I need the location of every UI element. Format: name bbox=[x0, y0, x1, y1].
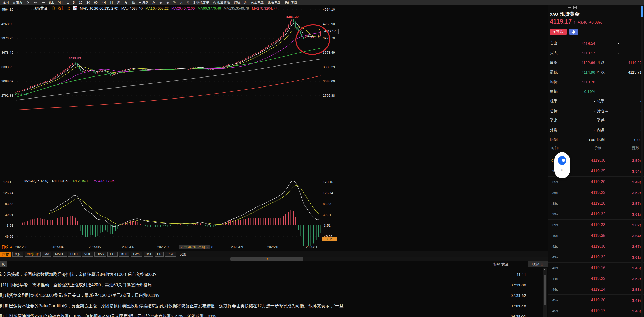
tab-lw[interactable]: LW& bbox=[131, 252, 142, 257]
price-chart[interactable]: 4564.104564.104268.904268.903973.703973.… bbox=[0, 5, 548, 251]
tab-rsi[interactable]: RSI bbox=[144, 252, 154, 257]
tab-vip-indicator[interactable]: VIP指标 bbox=[25, 252, 41, 257]
y-axis-label-right: 3383.29 bbox=[323, 65, 335, 69]
browser-assistant-icon[interactable] bbox=[558, 156, 566, 165]
toolbar-item-zoom-in[interactable]: ⊕ bbox=[166, 0, 169, 5]
toolbar-item-label: 周 bbox=[117, 0, 121, 5]
toolbar-item-triangle-up[interactable]: △ bbox=[180, 0, 183, 5]
panel-scrollbar-thumb[interactable] bbox=[641, 6, 643, 17]
diff-line bbox=[49, 181, 320, 227]
toolbar-item-30m[interactable]: 30 bbox=[86, 0, 90, 5]
toolbar-item-zoom-out[interactable]: ⊖ bbox=[159, 0, 162, 5]
svg-text:2025/07/18 星期五: 2025/07/18 星期五 bbox=[181, 245, 208, 249]
news-row[interactable]: 月11日财经早餐：需求推动，金价强势上涨或剑指4200，美油60关口供需博弈格局… bbox=[0, 280, 548, 290]
tab-psy[interactable]: PSY bbox=[165, 252, 176, 257]
assistant-widget[interactable]: ∷ bbox=[554, 152, 570, 178]
toolbar-item-refresh[interactable]: ⟳ bbox=[27, 0, 29, 5]
tick-list: 08:4119.303.59↑.34119.253.54↑.35s4119.20… bbox=[548, 155, 644, 316]
split-horizontal-icon[interactable] bbox=[568, 6, 571, 9]
toolbar-item-more[interactable]: ≡更多 bbox=[139, 0, 149, 5]
panel-scrollbar-track[interactable] bbox=[641, 5, 643, 317]
toolbar-item-line-chart[interactable] bbox=[34, 0, 37, 5]
tab-settings[interactable]: 设置 bbox=[177, 252, 188, 256]
tick-price: 4119.28 bbox=[573, 201, 605, 206]
news-scrollbar[interactable]: ▲ bbox=[543, 268, 547, 317]
toolbar-item-candle-chart[interactable] bbox=[41, 0, 45, 5]
tab-cci[interactable]: CCI bbox=[107, 252, 118, 257]
news-row[interactable]: 讯] 上期所原油期货2510合约夜盘收涨0.06%，价格报462.90元人民币/… bbox=[0, 311, 548, 317]
top-toolbar: 返回⌂首页⟳tick5日151030604H日周月任≡更多fx⊖⊕✎△▽$模拟交… bbox=[0, 0, 644, 5]
single-pane-icon[interactable] bbox=[579, 6, 582, 9]
toolbar-item-day[interactable]: 日 bbox=[110, 0, 113, 5]
quote-row-value-2: - bbox=[597, 41, 619, 45]
toolbar-item-fx[interactable]: fx bbox=[152, 0, 155, 5]
tab-bias[interactable]: BIAS bbox=[94, 252, 106, 257]
toolbar-item-draw[interactable]: ✎ bbox=[173, 0, 176, 5]
toolbar-item-label: 原油专题 bbox=[268, 0, 280, 5]
quote-row-value: - bbox=[570, 128, 595, 132]
grid-layout-icon[interactable] bbox=[573, 6, 577, 9]
quote-row: 委比-委差- bbox=[548, 116, 644, 125]
toolbar-item-fx678[interactable]: ◎汇通财经 bbox=[213, 0, 230, 5]
indicator-tab-bar: 指标模板VIP指标MAMACDBOLLVOLBIASCCIKDJLW&RSICR… bbox=[0, 251, 548, 257]
tab-indicator[interactable]: 指标 bbox=[0, 252, 11, 257]
toolbar-item-back[interactable]: 返回 bbox=[3, 0, 9, 5]
x-axis-label: 2025/03 bbox=[15, 245, 27, 249]
scroll-up-icon[interactable]: ▲ bbox=[543, 268, 547, 270]
splitter-collapse-icon[interactable]: ▼ bbox=[266, 257, 269, 260]
toolbar-item-1m[interactable]: 1 bbox=[67, 0, 69, 5]
news-row[interactable]: 讯] 斯巴达资本证券的PeterCardillo称，黄金期货上涨，原因是预计美国… bbox=[0, 301, 548, 311]
news-scroll-thumb[interactable] bbox=[544, 275, 546, 305]
toolbar-item-label: 5 bbox=[73, 1, 75, 4]
collapse-button[interactable]: 收起 ⇊ bbox=[528, 261, 548, 267]
tick-change: 3.45↑ bbox=[612, 266, 641, 270]
ma26-line bbox=[58, 32, 320, 84]
toolbar-item-calendar[interactable]: 财经日历 bbox=[234, 0, 247, 5]
toolbar-item-label: 月 bbox=[125, 0, 128, 5]
tick-time: .36s bbox=[551, 191, 558, 194]
toolbar-item-oil-topic[interactable]: 原油专题 bbox=[268, 0, 280, 5]
toolbar-item-tick[interactable]: tick bbox=[49, 0, 54, 5]
toolbar-item-60m[interactable]: 60 bbox=[94, 0, 98, 5]
tick-change: 3.57↑ bbox=[612, 201, 641, 205]
toolbar-item-5m[interactable]: 5 bbox=[73, 0, 75, 5]
triangle-up-icon: △ bbox=[180, 0, 183, 5]
news-tag-label: 标签:黄金 bbox=[493, 262, 509, 267]
col-price: 价格 bbox=[594, 146, 602, 150]
toolbar-item-week[interactable]: 周 bbox=[117, 0, 121, 5]
quote-row: 卖出4119.54- bbox=[548, 38, 644, 48]
toolbar-item-5d[interactable]: 5日 bbox=[58, 0, 63, 5]
toolbar-item-sim-trading[interactable]: $模拟交易 bbox=[193, 0, 209, 5]
macd-axis-label-right: 39.91 bbox=[323, 213, 331, 217]
toolbar-item-gold-topic[interactable]: 黄金专题 bbox=[251, 0, 264, 5]
tick-row: .39s4119.333.62↑ bbox=[548, 220, 644, 230]
tab-template[interactable]: 模板 bbox=[12, 252, 23, 257]
tab-boll[interactable]: BOLL bbox=[68, 252, 81, 257]
tab-kdj[interactable]: KDJ bbox=[119, 252, 130, 257]
tab-ma[interactable]: MA bbox=[42, 252, 51, 257]
toolbar-item-label: 任 bbox=[132, 0, 135, 5]
toolbar-item-cbank-topic[interactable]: 央行专题 bbox=[285, 0, 297, 5]
toolbar-item-home[interactable]: ⌂首页 bbox=[13, 0, 23, 5]
period-toggle[interactable]: 日线 ▲ bbox=[2, 245, 13, 249]
drag-handle-icon[interactable]: ∷ bbox=[554, 168, 570, 172]
y-axis-label: 3088.09 bbox=[1, 79, 13, 83]
alert-bell-button[interactable] bbox=[569, 29, 578, 35]
news-row[interactable]: 金交易提醒：美国疲软数据加剧经济担忧，金价狂飙近3%收复4100！后市剑指500… bbox=[0, 269, 548, 280]
tab-macd[interactable]: MACD bbox=[53, 252, 67, 257]
quote-row-value-2: - bbox=[613, 108, 642, 113]
quote-detail-rows: 卖出4119.54-买入4119.17-最高4122.66开盘4116.20最低… bbox=[548, 38, 644, 145]
toolbar-item-month[interactable]: 月 bbox=[125, 0, 128, 5]
tab-vol[interactable]: VOL bbox=[82, 252, 93, 257]
tab-cr[interactable]: CR bbox=[155, 252, 164, 257]
remove-watchlist-button[interactable]: ♥ 移除 bbox=[550, 29, 567, 35]
quote-row-value-2: 4116.20 bbox=[613, 60, 642, 65]
y-axis-label: 3678.49 bbox=[1, 51, 13, 54]
toolbar-item-triangle-down[interactable]: ▽ bbox=[187, 0, 189, 5]
toolbar-item-custom[interactable]: 任 bbox=[132, 0, 135, 5]
toolbar-item-10m[interactable]: 10 bbox=[79, 0, 82, 5]
news-side-tab[interactable]: 风 bbox=[0, 261, 7, 267]
news-row[interactable]: 讯] 现货黄金刚刚突破4120.00美元/盎司关口，最新报4120.07美元/盎… bbox=[0, 290, 548, 301]
toolbar-item-4h[interactable]: 4H bbox=[102, 0, 106, 5]
split-vertical-icon[interactable] bbox=[563, 6, 566, 9]
